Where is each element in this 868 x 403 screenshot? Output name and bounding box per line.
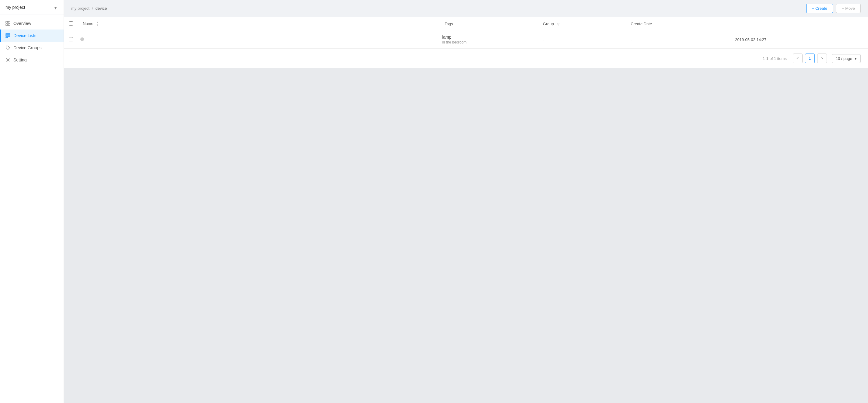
chevron-down-icon: ▾ <box>55 5 58 9</box>
page-size-chevron-icon: ▾ <box>855 56 857 61</box>
row-checkbox[interactable] <box>69 37 73 41</box>
sidebar-item-overview-label: Overview <box>13 21 31 26</box>
project-selector[interactable]: my project ▾ <box>0 0 64 15</box>
breadcrumb-project: my project <box>71 6 90 11</box>
status-indicator <box>80 37 84 41</box>
create-date-column-label: Create Date <box>630 22 652 26</box>
pagination-info: 1-1 of 1 items <box>763 56 787 61</box>
row-tags-cell: - <box>538 31 626 48</box>
move-button[interactable]: + Move <box>836 4 861 13</box>
svg-rect-6 <box>6 37 8 38</box>
row-group-cell: - <box>626 31 730 48</box>
sort-up-icon: ▲ <box>96 21 99 24</box>
svg-point-8 <box>7 59 9 61</box>
svg-rect-0 <box>6 21 8 23</box>
sidebar-item-device-groups-label: Device Groups <box>13 45 42 50</box>
name-column-label: Name <box>83 21 93 26</box>
svg-rect-4 <box>6 33 10 35</box>
sidebar-item-device-lists[interactable]: Device Lists <box>0 30 64 42</box>
group-column-label: Group <box>543 22 554 26</box>
column-header-create-date: Create Date <box>626 17 730 31</box>
sidebar: my project ▾ Overview <box>0 0 64 403</box>
svg-rect-3 <box>8 24 10 26</box>
device-table: Name ▲ ▼ Tags Group ▽ <box>64 17 868 48</box>
sidebar-item-setting[interactable]: Setting <box>0 54 64 66</box>
project-name: my project <box>5 5 25 10</box>
column-header-checkbox <box>64 17 78 31</box>
svg-rect-2 <box>6 24 8 26</box>
content-area: Name ▲ ▼ Tags Group ▽ <box>64 17 868 403</box>
table-row: lamp in the bedroom - - 2019-05-02 14:27 <box>64 31 868 48</box>
select-all-checkbox[interactable] <box>69 21 73 26</box>
svg-point-7 <box>7 46 7 47</box>
tag-icon <box>5 45 10 50</box>
table-container: Name ▲ ▼ Tags Group ▽ <box>64 17 868 68</box>
row-checkbox-cell <box>64 31 78 48</box>
tags-column-label: Tags <box>445 22 453 26</box>
device-description: in the bedroom <box>442 40 536 44</box>
sidebar-item-setting-label: Setting <box>13 58 27 62</box>
column-header-tags: Tags <box>440 17 538 31</box>
name-sort-icons[interactable]: ▲ ▼ <box>96 21 99 27</box>
column-header-name: Name ▲ ▼ <box>78 17 440 31</box>
grid-icon <box>5 21 10 26</box>
pagination-prev-button[interactable]: < <box>793 54 803 63</box>
main-content: my project / device + Create + Move Name <box>64 0 868 403</box>
breadcrumb: my project / device <box>71 6 107 11</box>
row-date-cell: 2019-05-02 14:27 <box>730 31 868 48</box>
breadcrumb-separator: / <box>92 6 93 11</box>
pagination-next-button[interactable]: > <box>817 54 827 63</box>
pagination-page-1-button[interactable]: 1 <box>805 54 815 63</box>
device-name[interactable]: lamp <box>442 35 536 39</box>
column-header-group: Group ▽ <box>538 17 626 31</box>
svg-rect-1 <box>8 21 10 23</box>
page-size-label: 10 / page <box>836 56 852 61</box>
row-status-cell <box>78 31 440 48</box>
row-name-cell: lamp in the bedroom <box>440 31 538 48</box>
page-size-selector[interactable]: 10 / page ▾ <box>832 54 861 63</box>
svg-rect-5 <box>6 35 10 36</box>
sidebar-item-device-lists-label: Device Lists <box>13 33 36 38</box>
gear-icon <box>5 58 10 62</box>
breadcrumb-current: device <box>96 6 107 11</box>
topbar-actions: + Create + Move <box>806 4 861 13</box>
sidebar-item-device-groups[interactable]: Device Groups <box>0 42 64 54</box>
sidebar-item-overview[interactable]: Overview <box>0 17 64 30</box>
list-icon <box>5 33 10 38</box>
create-button[interactable]: + Create <box>806 4 833 13</box>
topbar: my project / device + Create + Move <box>64 0 868 17</box>
pagination-bar: 1-1 of 1 items < 1 > 10 / page ▾ <box>64 48 868 68</box>
group-filter-icon[interactable]: ▽ <box>557 22 559 26</box>
sort-down-icon: ▼ <box>96 24 99 27</box>
sidebar-nav: Overview Device Lists Device Groups <box>0 15 64 66</box>
